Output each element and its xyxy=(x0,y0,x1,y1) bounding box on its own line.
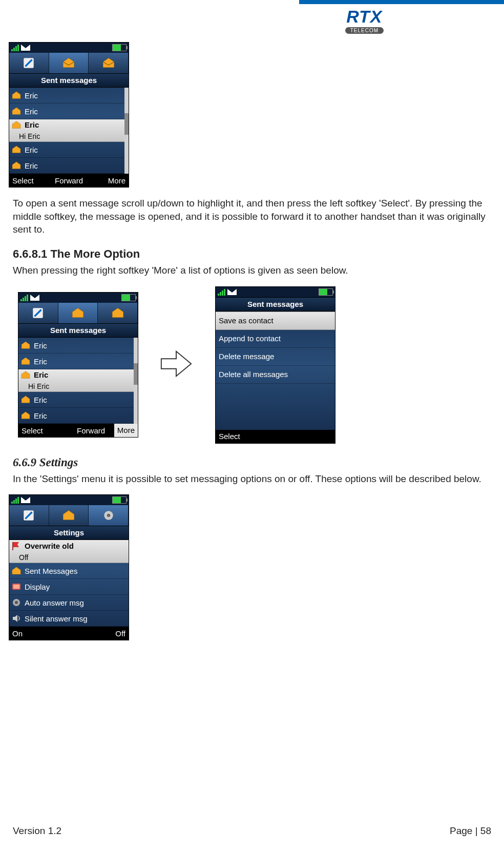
option-label: Append to contact xyxy=(219,334,281,343)
gear-icon xyxy=(11,598,22,607)
tab-row xyxy=(9,53,129,73)
flag-icon xyxy=(11,541,22,550)
message-list[interactable]: Eric Eric Eric Hi Eric Eric Eric xyxy=(18,338,134,424)
softkey-select[interactable]: Select xyxy=(9,176,50,185)
outbox-tab[interactable] xyxy=(98,303,138,323)
setting-sent-messages[interactable]: Sent Messages xyxy=(9,563,129,579)
message-preview: Hi Eric xyxy=(13,382,139,390)
softkey-forward[interactable]: Forward xyxy=(68,426,114,435)
sender-name: Eric xyxy=(34,370,48,379)
list-item[interactable]: Eric xyxy=(18,392,134,408)
status-bar xyxy=(9,43,129,53)
softkey-select[interactable]: Select xyxy=(216,432,257,441)
softkey-more-highlighted[interactable]: More xyxy=(114,424,138,437)
sender-name: Eric xyxy=(34,357,47,366)
softkey-bar: Select Forward More xyxy=(18,424,138,437)
sent-tab[interactable] xyxy=(58,303,98,323)
setting-silent-answer[interactable]: Silent answer msg xyxy=(9,611,129,627)
envelope-icon xyxy=(11,161,22,170)
sender-name: Eric xyxy=(34,411,47,420)
list-item[interactable]: Eric xyxy=(9,88,124,103)
list-item[interactable]: Eric xyxy=(9,158,124,174)
tab-row xyxy=(9,505,129,526)
outbox-tab[interactable] xyxy=(89,53,129,73)
logo-brand: RTX xyxy=(346,7,382,26)
list-item[interactable]: Eric xyxy=(18,408,134,424)
mail-icon xyxy=(30,295,39,301)
softkey-more[interactable]: More xyxy=(88,176,129,185)
envelope-icon xyxy=(20,357,31,365)
option-save-as-contact[interactable]: Save as contact xyxy=(216,311,335,330)
scrollbar[interactable] xyxy=(134,338,138,424)
status-bar xyxy=(216,287,335,297)
screenshot-sent-more-highlight: Sent messages Eric Eric Eric Hi Eric Eri… xyxy=(18,292,138,438)
list-item[interactable]: Eric xyxy=(18,354,134,369)
version-label: Version 1.2 xyxy=(13,825,61,837)
sender-name: Eric xyxy=(25,161,38,170)
option-append-to-contact[interactable]: Append to contact xyxy=(216,330,335,348)
screenshot-settings: Settings Overwrite old Off Sent Messages… xyxy=(9,494,129,640)
list-item[interactable]: Eric xyxy=(9,142,124,158)
display-icon xyxy=(11,582,22,591)
sender-name: Eric xyxy=(25,107,38,116)
envelope-icon xyxy=(11,566,22,575)
sender-name: Eric xyxy=(34,341,47,350)
message-list[interactable]: Eric Eric Eric Hi Eric Eric Eric xyxy=(9,88,124,174)
envelope-icon xyxy=(20,371,31,379)
mail-icon xyxy=(21,497,30,503)
option-delete-all[interactable]: Delete all messages xyxy=(216,366,335,384)
list-item[interactable]: Eric xyxy=(18,338,134,354)
setting-label: Sent Messages xyxy=(25,567,77,575)
signal-icon xyxy=(11,496,19,504)
list-item[interactable]: Eric xyxy=(9,103,124,119)
list-title: Settings xyxy=(9,526,129,540)
heading-6-6-9: 6.6.9 Settings xyxy=(13,456,491,469)
signal-icon xyxy=(218,288,225,296)
setting-value: Off xyxy=(4,553,134,562)
setting-label: Auto answer msg xyxy=(25,598,84,607)
list-title: Sent messages xyxy=(9,73,129,88)
softkey-select[interactable]: Select xyxy=(18,426,68,435)
option-delete-message[interactable]: Delete message xyxy=(216,348,335,366)
settings-tab[interactable] xyxy=(89,505,129,526)
setting-display[interactable]: Display xyxy=(9,579,129,595)
softkey-off[interactable]: Off xyxy=(88,629,129,638)
mail-icon xyxy=(21,45,30,51)
settings-list[interactable]: Overwrite old Off Sent Messages Display … xyxy=(9,540,129,627)
status-bar xyxy=(9,495,129,505)
setting-label: Silent answer msg xyxy=(25,614,88,623)
sender-name: Eric xyxy=(25,120,39,129)
softkey-on[interactable]: On xyxy=(9,629,50,638)
setting-label: Display xyxy=(25,583,50,591)
signal-icon xyxy=(20,294,28,301)
paragraph: In the 'Settings' menu it is possible to… xyxy=(13,472,491,486)
battery-icon xyxy=(112,496,127,504)
softkey-forward[interactable]: Forward xyxy=(50,176,88,185)
sent-tab[interactable] xyxy=(49,505,89,526)
sent-tab[interactable] xyxy=(49,53,89,73)
setting-auto-answer[interactable]: Auto answer msg xyxy=(9,595,129,611)
scrollbar[interactable] xyxy=(124,88,129,174)
envelope-icon xyxy=(20,411,31,420)
list-title: Sent messages xyxy=(216,297,335,311)
speaker-icon xyxy=(11,614,22,623)
page-footer: Version 1.2 Page | 58 xyxy=(13,825,491,837)
compose-tab[interactable] xyxy=(9,505,49,526)
paragraph: When pressing the right softkey 'More' a… xyxy=(13,264,491,277)
list-item-selected[interactable]: Eric Hi Eric xyxy=(9,119,124,142)
options-list[interactable]: Save as contact Append to contact Delete… xyxy=(216,311,335,384)
message-preview: Hi Eric xyxy=(4,132,130,140)
sender-name: Eric xyxy=(25,146,38,154)
compose-tab[interactable] xyxy=(18,303,58,323)
setting-label: Overwrite old xyxy=(25,542,74,550)
softkey-bar: Select xyxy=(216,430,335,443)
envelope-icon xyxy=(11,107,22,115)
heading-6-6-8-1: 6.6.8.1 The More Option xyxy=(13,247,491,261)
tab-row xyxy=(18,303,138,323)
setting-overwrite-old[interactable]: Overwrite old Off xyxy=(9,540,129,563)
svg-point-4 xyxy=(107,514,110,517)
softkey-bar: On Off xyxy=(9,627,129,640)
page-number: Page | 58 xyxy=(450,825,491,837)
list-item-selected[interactable]: Eric Hi Eric xyxy=(18,369,134,392)
compose-tab[interactable] xyxy=(9,53,49,73)
